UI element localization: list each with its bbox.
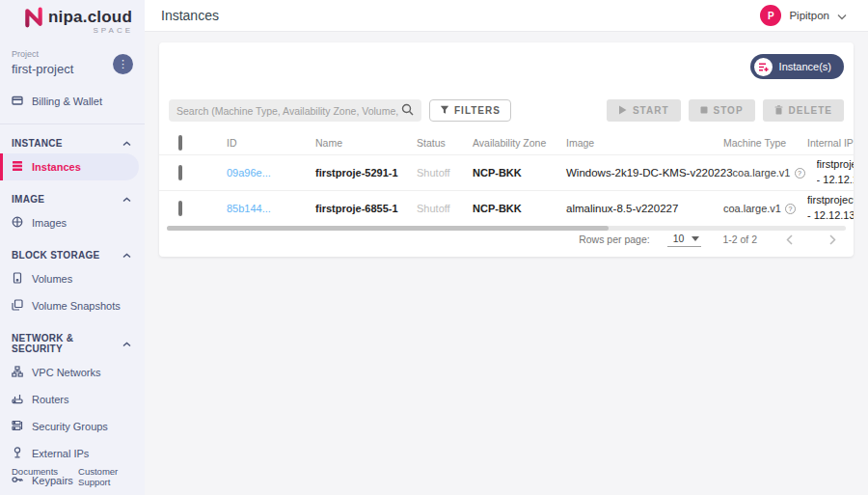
caret-down-icon <box>692 236 699 241</box>
next-page-button[interactable] <box>829 234 836 245</box>
instance-zone: NCP-BKK <box>473 167 566 179</box>
instance-status: Shutoff <box>417 167 473 179</box>
customer-support-link[interactable]: Customer Support <box>78 466 139 487</box>
pagination-range: 1-2 of 2 <box>722 234 757 245</box>
start-label: START <box>633 105 669 116</box>
sidebar-item-volume-snapshots[interactable]: Volume Snapshots <box>0 292 145 319</box>
sidebar-item-label: Volume Snapshots <box>32 300 121 312</box>
stop-square-icon <box>700 105 708 116</box>
trash-icon <box>774 105 783 117</box>
user-name: Pipitpon <box>789 10 829 21</box>
sidebar-item-label: Volumes <box>32 273 72 285</box>
router-icon <box>12 393 23 406</box>
column-header-id[interactable]: ID <box>219 137 315 149</box>
disc-image-icon <box>12 216 23 230</box>
security-server-icon <box>12 420 23 433</box>
section-header-block-storage[interactable]: BLOCK STORAGE <box>0 240 145 265</box>
instance-zone: NCP-BKK <box>473 203 566 214</box>
wallet-card-icon <box>12 95 23 108</box>
internal-ip-address: - 12.12.13.3 <box>807 208 854 224</box>
project-menu-button[interactable]: ⋮ <box>113 54 133 74</box>
play-icon <box>618 105 627 117</box>
instance-status: Shutoff <box>417 203 473 214</box>
instance-machine-type: coa.large.v1 <box>733 167 791 179</box>
sidebar-item-images[interactable]: Images <box>0 209 145 236</box>
chevron-up-icon <box>122 339 131 349</box>
previous-page-button[interactable] <box>786 234 793 245</box>
delete-button[interactable]: DELETE <box>763 99 844 122</box>
internal-ip-network: firstproject- <box>817 157 854 173</box>
create-instance-button[interactable]: Instance(s) <box>750 54 844 79</box>
machine-type-help-icon[interactable]: ? <box>785 204 796 214</box>
snapshot-copy-icon <box>12 299 23 313</box>
sidebar-section-instance: INSTANCE Instances <box>0 128 145 180</box>
section-header-instance[interactable]: INSTANCE <box>0 128 145 153</box>
sidebar-item-vpc-networks[interactable]: VPC Networks <box>0 359 145 386</box>
sidebar-item-label: Instances <box>32 161 81 173</box>
select-all-checkbox[interactable] <box>178 135 182 151</box>
instance-name: firstproje-6855-1 <box>315 203 417 214</box>
section-header-image[interactable]: IMAGE <box>0 184 145 209</box>
add-instance-icon <box>754 58 773 76</box>
row-checkbox[interactable] <box>178 201 182 216</box>
chevron-up-icon <box>122 250 131 261</box>
volume-disk-icon <box>12 272 23 286</box>
search-icon[interactable] <box>401 102 414 120</box>
instance-internal-ip: firstproject- - 12.12.13.4 <box>817 157 854 188</box>
instance-internal-ip: firstproject- - 12.12.13.3 <box>807 193 854 224</box>
instances-table: ID Name Status Availability Zone Image M… <box>159 130 854 226</box>
avatar[interactable]: P <box>760 5 781 26</box>
column-header-internal-ip[interactable]: Internal IP <box>807 137 854 149</box>
row-checkbox[interactable] <box>178 165 182 180</box>
section-label: BLOCK STORAGE <box>12 250 100 261</box>
kebab-dots-icon: ⋮ <box>118 59 128 69</box>
chevron-up-icon <box>122 194 131 205</box>
instances-panel: Instance(s) FILTERS START <box>159 42 854 257</box>
column-header-name[interactable]: Name <box>315 137 417 149</box>
sidebar-item-label: VPC Networks <box>32 367 101 378</box>
table-row[interactable]: 85b144... firstproje-6855-1 Shutoff NCP-… <box>159 190 854 226</box>
sidebar: nipa.cloud SPACE Project first-project ⋮… <box>0 0 145 495</box>
sidebar-item-label: Images <box>32 217 67 229</box>
chevron-up-icon <box>122 138 131 149</box>
search-input[interactable] <box>176 105 401 117</box>
column-header-availability-zone[interactable]: Availability Zone <box>473 137 566 149</box>
logo[interactable]: nipa.cloud SPACE <box>0 0 145 35</box>
rows-per-page-select[interactable]: 10 <box>667 232 702 247</box>
project-selector: Project first-project ⋮ <box>0 35 145 76</box>
sidebar-item-volumes[interactable]: Volumes <box>0 265 145 292</box>
sidebar-item-security-groups[interactable]: Security Groups <box>0 413 145 440</box>
instance-id-link[interactable]: 09a96e... <box>227 167 271 179</box>
column-header-status[interactable]: Status <box>417 137 473 149</box>
instance-image: almalinux-8.5-v220227 <box>566 203 723 214</box>
column-header-machine-type[interactable]: Machine Type <box>723 137 807 149</box>
stop-label: STOP <box>714 105 744 116</box>
stop-button[interactable]: STOP <box>689 99 755 122</box>
sidebar-item-routers[interactable]: Routers <box>0 386 145 413</box>
toolbar: FILTERS START STOP DELETE <box>169 99 844 122</box>
sidebar-item-external-ips[interactable]: External IPs <box>0 440 145 467</box>
sidebar-item-instances[interactable]: Instances <box>0 153 139 180</box>
external-ip-icon <box>12 447 23 460</box>
filters-label: FILTERS <box>454 105 501 116</box>
column-header-image[interactable]: Image <box>566 137 723 149</box>
start-button[interactable]: START <box>607 99 681 122</box>
funnel-icon <box>440 105 449 117</box>
search-box[interactable] <box>169 99 421 122</box>
user-menu[interactable]: P Pipitpon <box>760 5 847 26</box>
sidebar-item-billing-wallet[interactable]: Billing & Wallet <box>0 88 145 115</box>
sidebar-item-label: Routers <box>32 394 69 405</box>
scrollbar-thumb[interactable] <box>167 226 609 231</box>
instance-id-link[interactable]: 85b144... <box>227 203 271 214</box>
machine-type-help-icon[interactable]: ? <box>795 168 805 179</box>
pagination: Rows per page: 10 1-2 of 2 <box>579 227 846 252</box>
page-title: Instances <box>161 8 219 23</box>
table-row[interactable]: 09a96e... firstproje-5291-1 Shutoff NCP-… <box>159 154 854 190</box>
active-indicator <box>0 153 3 180</box>
server-stack-icon <box>12 160 23 174</box>
section-header-network-security[interactable]: NETWORK & SECURITY <box>0 323 145 359</box>
sidebar-divider <box>0 124 145 124</box>
table-header-row: ID Name Status Availability Zone Image M… <box>159 130 854 154</box>
filters-button[interactable]: FILTERS <box>429 99 511 122</box>
documents-link[interactable]: Documents <box>12 466 58 487</box>
